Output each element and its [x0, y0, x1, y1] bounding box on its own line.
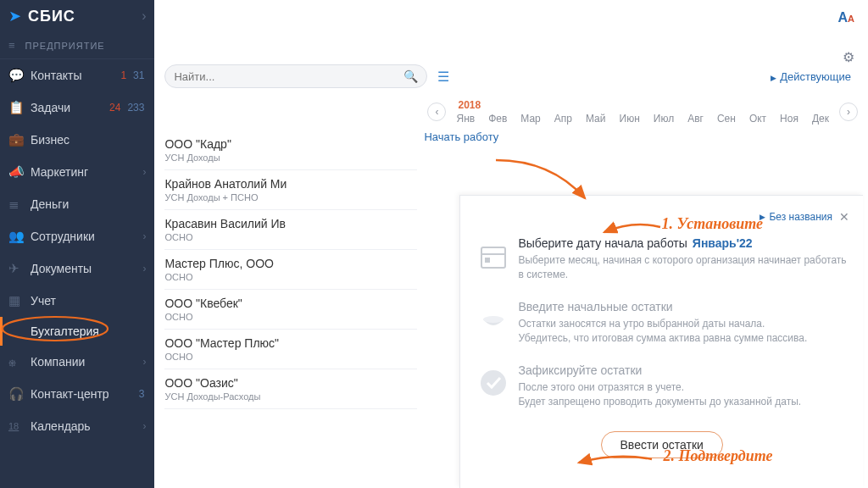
timeline-month[interactable]: Дек [812, 113, 829, 125]
sidebar-items: 💬 Контакты 1 31 📋 Задачи 24 233 💼 Бизнес… [0, 59, 154, 488]
search-row: 🔍 ☰ ▶Действующие [154, 59, 868, 93]
hamburger-icon[interactable]: ≡ [8, 39, 15, 52]
sidebar-subitem-bookkeeping[interactable]: Бухгалтерия [0, 317, 154, 346]
gear-icon[interactable]: ⚙ [837, 44, 860, 70]
chevron-right-icon: › [142, 420, 146, 432]
company-label: ПРЕДПРИЯТИЕ [25, 41, 105, 51]
list-item[interactable]: Красавин Василий ИвОСНО [164, 210, 417, 250]
search-input[interactable] [174, 70, 403, 83]
business-icon: 💼 [8, 132, 31, 147]
bowl-icon [474, 300, 513, 339]
list-item[interactable]: ООО "Квебек"ОСНО [164, 290, 417, 330]
documents-icon: ✈ [8, 261, 31, 276]
timeline-month[interactable]: Авг [687, 113, 704, 125]
logo-icon: ➤ [8, 7, 21, 25]
badge-warn: 24 [108, 102, 122, 114]
sidebar-item-tasks[interactable]: 📋 Задачи 24 233 [0, 92, 154, 124]
marketing-icon: 📣 [8, 164, 31, 180]
timeline-next-button[interactable]: › [839, 103, 858, 121]
chevron-right-icon: › [142, 356, 146, 368]
brand-name: СБИС [28, 8, 142, 25]
list-item[interactable]: ООО "Мастер Плюс"ОСНО [164, 330, 417, 369]
toolbar: AA ⚙ [154, 0, 868, 59]
tasks-icon: 📋 [8, 100, 31, 115]
list-item[interactable]: Крайнов Анатолий МиУСН Доходы + ПСНО [164, 170, 417, 210]
org-list: ООО "Кадр"УСН Доходы Крайнов Анатолий Ми… [154, 130, 417, 488]
sidebar-header: ➤ СБИС › [0, 0, 154, 32]
svg-point-4 [483, 316, 504, 323]
timeline-months: Янв Фев Мар Апр Май Июн Июл Авг Сен Окт … [456, 113, 829, 125]
sidebar-item-contact-center[interactable]: 🎧 Контакт-центр 3 [0, 378, 154, 410]
sidebar-item-label: Деньги [31, 197, 146, 211]
badge-count: 31 [131, 69, 146, 81]
timeline-month[interactable]: Сен [717, 113, 736, 125]
sidebar-item-label: Учет [31, 294, 146, 308]
timeline-month[interactable]: Янв [456, 113, 475, 125]
timeline-month[interactable]: Фев [488, 113, 507, 125]
step-1: Выберите дату начала работыЯнварь'22 Выб… [474, 226, 849, 290]
badge-warn: 1 [119, 69, 128, 81]
timeline-month[interactable]: Май [586, 113, 606, 125]
panel-title-link[interactable]: Без названия [769, 211, 832, 223]
sidebar-item-business[interactable]: 💼 Бизнес [0, 124, 154, 156]
step-3: Зафиксируйте остатки После этого они отр… [474, 353, 849, 417]
timeline-month[interactable]: Ноя [780, 113, 798, 125]
close-icon[interactable]: ✕ [839, 210, 849, 224]
sidebar-item-money[interactable]: ≣ Деньги [0, 188, 154, 220]
timeline-prev-button[interactable]: ‹ [427, 103, 446, 121]
begin-work-link[interactable]: Начать работу [424, 130, 498, 143]
list-item[interactable]: Мастер Плюс, ООООСНО [164, 250, 417, 290]
sidebar-item-marketing[interactable]: 📣 Маркетинг › [0, 156, 154, 188]
timeline-month[interactable]: Июн [620, 113, 640, 125]
sidebar-item-label: Контакт-центр [31, 387, 137, 401]
svg-rect-3 [485, 258, 490, 263]
sidebar-item-accounting[interactable]: ▦ Учет [0, 285, 154, 317]
filter-icon[interactable]: ☰ [437, 69, 449, 85]
companies-icon: ⎈ [8, 355, 31, 369]
sidebar-item-companies[interactable]: ⎈ Компании › [0, 346, 154, 378]
start-month-link[interactable]: Январь'22 [693, 236, 753, 250]
sidebar-item-label: Бизнес [31, 133, 146, 147]
panel-header: ▶ Без названия ✕ [474, 208, 849, 226]
calendar-icon: 18 [8, 421, 31, 431]
triangle-right-icon: ▶ [760, 213, 765, 221]
sidebar-item-label: Задачи [31, 101, 108, 114]
money-icon: ≣ [8, 197, 31, 212]
sidebar-item-label: Документы [31, 262, 137, 275]
list-item[interactable]: ООО "Оазис"УСН Доходы-Расходы [164, 369, 417, 409]
sidebar-item-label: Контакты [31, 69, 119, 82]
timeline-body: 2018 Янв Фев Мар Апр Май Июн Июл Авг Сен… [446, 99, 839, 125]
sidebar-item-contacts[interactable]: 💬 Контакты 1 31 [0, 59, 154, 92]
sidebar-item-documents[interactable]: ✈ Документы › [0, 252, 154, 285]
calendar-icon [474, 236, 513, 275]
enter-balances-button[interactable]: Ввести остатки [601, 431, 723, 458]
step-3-desc: После этого они отразятся в учете.Будет … [518, 380, 849, 410]
triangle-right-icon: ▶ [771, 74, 776, 82]
font-size-icon[interactable]: AA [832, 5, 860, 30]
svg-point-5 [481, 370, 506, 396]
step-1-title: Выберите дату начала работыЯнварь'22 [518, 236, 849, 250]
chevron-right-icon: › [142, 230, 146, 242]
search-icon[interactable]: 🔍 [403, 69, 418, 83]
timeline-year: 2018 [456, 99, 829, 111]
timeline-month[interactable]: Апр [554, 113, 572, 125]
chevron-right-icon[interactable]: › [142, 8, 146, 24]
list-item[interactable]: ООО "Кадр"УСН Доходы [164, 130, 417, 170]
step-3-title: Зафиксируйте остатки [518, 363, 849, 377]
filter-active-link[interactable]: ▶Действующие [771, 70, 851, 83]
sidebar-subitem-label: Бухгалтерия [31, 324, 99, 338]
timeline-month[interactable]: Мар [520, 113, 540, 125]
sidebar-item-employees[interactable]: 👥 Сотрудники › [0, 220, 154, 252]
badge-count: 233 [125, 102, 146, 114]
step-1-desc: Выберите месяц, начиная с которого орган… [518, 253, 849, 283]
panel-footer: Ввести остатки [474, 431, 849, 458]
accounting-icon: ▦ [8, 293, 31, 308]
search-box[interactable]: 🔍 [164, 64, 427, 88]
onboarding-panel: ▶ Без названия ✕ Выберите дату начала ра… [459, 195, 863, 488]
timeline-month[interactable]: Июл [654, 113, 674, 125]
step-2: Введите начальные остатки Остатки занося… [474, 290, 849, 353]
timeline-month[interactable]: Окт [749, 113, 766, 125]
sidebar-item-calendar[interactable]: 18 Календарь › [0, 410, 154, 442]
chevron-right-icon: › [142, 263, 146, 274]
sidebar-item-label: Календарь [31, 419, 137, 433]
